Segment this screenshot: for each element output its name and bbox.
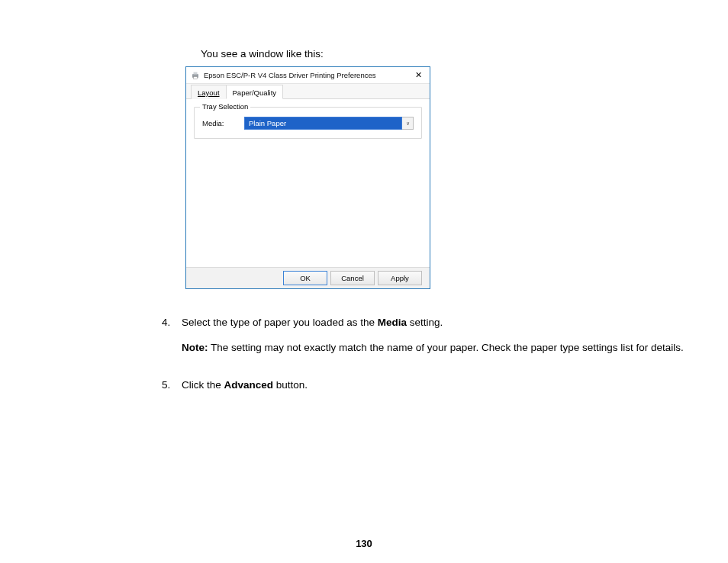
step-4-note: Note: The setting may not exactly match … <box>182 341 702 355</box>
media-combobox[interactable]: Plain Paper ∨ <box>244 117 414 130</box>
close-button[interactable]: ✕ <box>407 67 430 83</box>
page-number: 130 <box>0 538 728 549</box>
svg-rect-2 <box>194 76 198 79</box>
printer-icon <box>191 71 200 80</box>
ok-button[interactable]: OK <box>283 271 327 285</box>
tab-row: Layout Paper/Quality <box>186 84 430 99</box>
window-title: Epson ESC/P-R V4 Class Driver Printing P… <box>204 71 375 79</box>
tab-paper-quality[interactable]: Paper/Quality <box>226 85 284 99</box>
step-number: 5. <box>162 378 182 393</box>
step-4: 4. Select the type of paper you loaded a… <box>162 316 702 355</box>
step-4-text: Select the type of paper you loaded as t… <box>182 316 702 330</box>
tab-layout[interactable]: Layout <box>191 85 227 99</box>
step-number: 4. <box>162 316 182 355</box>
cancel-button[interactable]: Cancel <box>330 271 375 285</box>
tab-body: Tray Selection Media: Plain Paper ∨ Adva… <box>186 99 430 267</box>
tray-selection-group: Tray Selection Media: Plain Paper ∨ <box>194 107 422 139</box>
step-5-text: Click the Advanced button. <box>182 378 702 393</box>
button-bar: OK Cancel Apply <box>186 267 430 288</box>
apply-button[interactable]: Apply <box>378 271 422 285</box>
steps-list: 4. Select the type of paper you loaded a… <box>162 316 702 416</box>
step-5: 5. Click the Advanced button. <box>162 378 702 393</box>
intro-text: You see a window like this: <box>201 48 324 60</box>
media-selected-value: Plain Paper <box>244 117 402 130</box>
group-title: Tray Selection <box>200 102 250 111</box>
close-icon: ✕ <box>415 70 422 80</box>
media-label: Media: <box>202 119 244 127</box>
titlebar: Epson ESC/P-R V4 Class Driver Printing P… <box>186 67 430 84</box>
printing-preferences-window: Epson ESC/P-R V4 Class Driver Printing P… <box>185 66 430 289</box>
chevron-down-icon[interactable]: ∨ <box>402 117 414 130</box>
svg-rect-1 <box>194 72 198 74</box>
